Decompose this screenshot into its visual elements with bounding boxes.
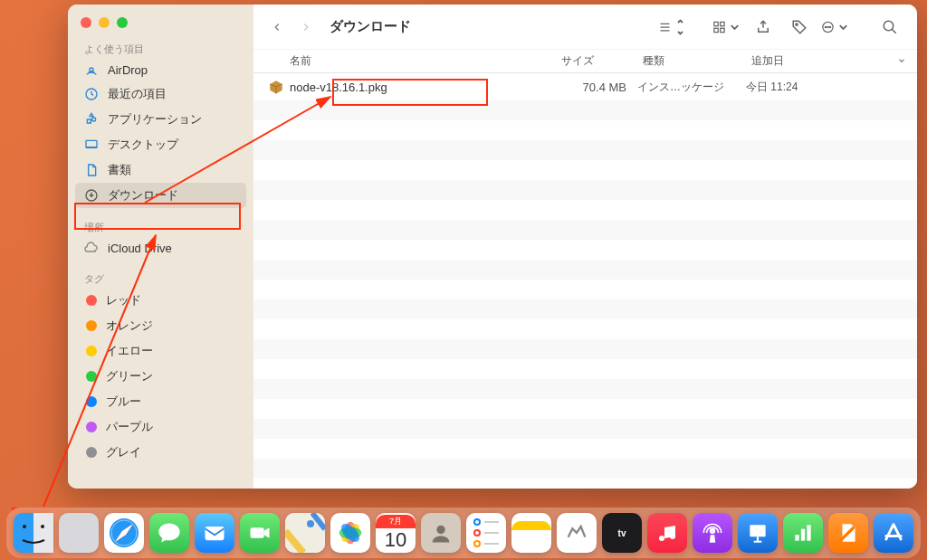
sidebar-item-icloud[interactable]: iCloud Drive bbox=[68, 236, 253, 260]
column-date-label: 追加日 bbox=[751, 53, 784, 69]
dock-safari-icon[interactable] bbox=[104, 513, 144, 553]
svg-point-25 bbox=[307, 520, 314, 527]
dock-freeform-icon[interactable] bbox=[557, 513, 597, 553]
sidebar-tag-gray[interactable]: グレイ bbox=[68, 440, 253, 465]
sidebar-item-desktop[interactable]: デスクトップ bbox=[68, 132, 253, 157]
tag-dot-icon bbox=[86, 295, 97, 306]
sidebar-tag-orange[interactable]: オレンジ bbox=[68, 313, 253, 338]
search-button[interactable] bbox=[875, 14, 904, 40]
tag-label: パープル bbox=[106, 419, 153, 435]
airdrop-icon bbox=[84, 62, 99, 77]
tags-header: タグ bbox=[68, 269, 253, 288]
close-window-button[interactable] bbox=[81, 17, 91, 28]
svg-rect-4 bbox=[714, 22, 718, 25]
tag-label: グリーン bbox=[106, 368, 153, 384]
dock-notes-icon[interactable] bbox=[511, 513, 551, 553]
tags-button[interactable] bbox=[785, 14, 814, 40]
tag-dot-icon bbox=[86, 447, 97, 458]
file-date: 今日 11:24 bbox=[746, 80, 917, 95]
dock: 7月10 tv bbox=[6, 508, 921, 558]
dock-facetime-icon[interactable] bbox=[240, 513, 280, 553]
dock-reminders-icon[interactable] bbox=[466, 513, 506, 553]
sidebar-item-label: AirDrop bbox=[108, 63, 148, 77]
tag-dot-icon bbox=[86, 422, 97, 432]
dock-appletv-icon[interactable]: tv bbox=[602, 513, 642, 553]
svg-point-18 bbox=[23, 525, 26, 528]
dock-finder-icon[interactable] bbox=[14, 513, 53, 553]
minimize-window-button[interactable] bbox=[99, 17, 110, 28]
column-date[interactable]: 追加日 bbox=[751, 53, 917, 69]
share-button[interactable] bbox=[749, 14, 778, 40]
file-kind: インス…ッケージ bbox=[637, 80, 746, 95]
dock-maps-icon[interactable] bbox=[285, 513, 325, 553]
forward-button[interactable] bbox=[295, 16, 317, 38]
dock-messages-icon[interactable] bbox=[149, 513, 189, 553]
clock-icon bbox=[84, 87, 99, 101]
svg-point-12 bbox=[829, 26, 830, 27]
svg-rect-23 bbox=[251, 527, 264, 538]
tag-label: オレンジ bbox=[106, 318, 153, 334]
action-menu-button[interactable] bbox=[821, 14, 850, 40]
sidebar-tag-yellow[interactable]: イエロー bbox=[68, 338, 253, 364]
dock-calendar-icon[interactable]: 7月10 bbox=[376, 513, 416, 553]
svg-point-13 bbox=[884, 21, 894, 31]
toolbar: ダウンロード bbox=[253, 5, 917, 50]
tag-dot-icon bbox=[86, 320, 97, 331]
svg-rect-35 bbox=[807, 525, 810, 540]
cloud-icon bbox=[84, 241, 99, 255]
download-icon bbox=[84, 188, 99, 203]
dock-music-icon[interactable] bbox=[647, 513, 687, 553]
file-row[interactable]: node-v18.16.1.pkg 70.4 MB インス…ッケージ 今日 11… bbox=[253, 73, 917, 100]
maximize-window-button[interactable] bbox=[117, 17, 128, 28]
dock-numbers-icon[interactable] bbox=[783, 513, 823, 553]
favorites-header: よく使う項目 bbox=[68, 39, 253, 58]
svg-point-10 bbox=[825, 26, 826, 27]
column-name[interactable]: 名前 bbox=[290, 53, 561, 69]
svg-rect-17 bbox=[33, 513, 53, 553]
column-size[interactable]: サイズ bbox=[561, 53, 643, 69]
svg-point-11 bbox=[827, 26, 828, 27]
group-by-button[interactable] bbox=[712, 14, 741, 40]
window-title: ダウンロード bbox=[330, 18, 411, 35]
dock-contacts-icon[interactable] bbox=[421, 513, 461, 553]
sidebar-item-label: ダウンロード bbox=[108, 187, 178, 204]
sidebar-item-label: iCloud Drive bbox=[108, 242, 172, 255]
dock-mail-icon[interactable] bbox=[195, 513, 234, 553]
tag-label: イエロー bbox=[106, 343, 153, 359]
sidebar-tag-red[interactable]: レッド bbox=[68, 288, 253, 313]
svg-rect-6 bbox=[714, 28, 718, 32]
sidebar-item-documents[interactable]: 書類 bbox=[68, 157, 253, 183]
sidebar-tag-blue[interactable]: ブルー bbox=[68, 389, 253, 414]
dock-pages-icon[interactable] bbox=[828, 513, 868, 553]
svg-rect-34 bbox=[801, 529, 805, 541]
svg-point-19 bbox=[41, 525, 44, 528]
file-size: 70.4 MB bbox=[556, 81, 637, 94]
package-icon bbox=[268, 79, 284, 95]
sidebar-tag-green[interactable]: グリーン bbox=[68, 364, 253, 389]
svg-rect-33 bbox=[795, 535, 798, 541]
sidebar-item-downloads[interactable]: ダウンロード bbox=[75, 183, 246, 208]
dock-podcasts-icon[interactable] bbox=[693, 513, 732, 553]
svg-point-31 bbox=[710, 528, 716, 535]
sidebar-item-applications[interactable]: アプリケーション bbox=[68, 107, 253, 132]
back-button[interactable] bbox=[266, 16, 288, 38]
dock-keynote-icon[interactable] bbox=[738, 513, 778, 553]
svg-rect-22 bbox=[205, 527, 225, 540]
svg-point-8 bbox=[796, 23, 798, 24]
sidebar-item-label: アプリケーション bbox=[108, 111, 202, 128]
dock-appstore-icon[interactable] bbox=[874, 513, 913, 553]
file-list: node-v18.16.1.pkg 70.4 MB インス…ッケージ 今日 11… bbox=[253, 73, 917, 489]
window-controls bbox=[68, 14, 253, 39]
column-kind[interactable]: 種類 bbox=[643, 53, 751, 69]
view-list-button[interactable] bbox=[658, 14, 687, 40]
sidebar-item-recents[interactable]: 最近の項目 bbox=[68, 81, 253, 107]
file-name: node-v18.16.1.pkg bbox=[290, 81, 387, 94]
dock-launchpad-icon[interactable] bbox=[59, 513, 99, 553]
dock-photos-icon[interactable] bbox=[330, 513, 370, 553]
desktop-icon bbox=[84, 138, 99, 152]
sidebar-item-airdrop[interactable]: AirDrop bbox=[68, 58, 253, 81]
tag-dot-icon bbox=[86, 371, 97, 382]
tag-dot-icon bbox=[86, 396, 97, 407]
svg-point-30 bbox=[436, 526, 444, 534]
sidebar-tag-purple[interactable]: パープル bbox=[68, 414, 253, 440]
